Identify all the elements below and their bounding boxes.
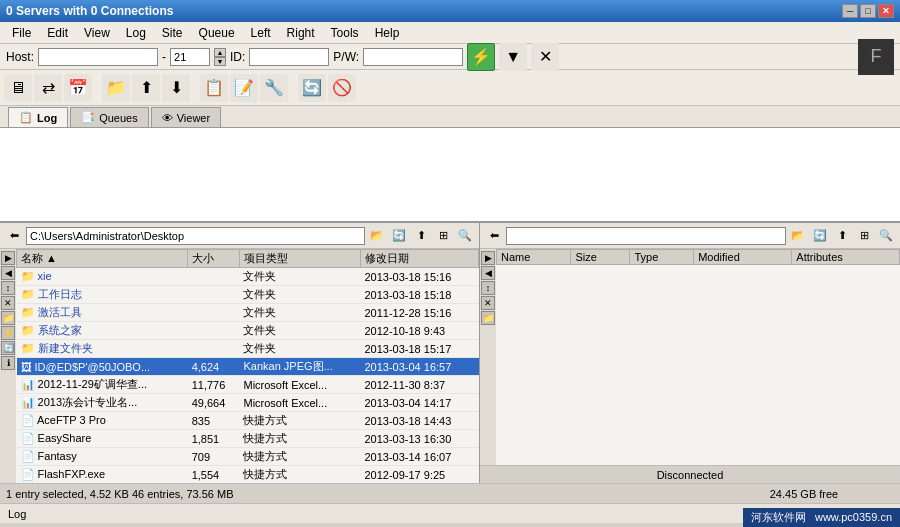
menu-log[interactable]: Log — [118, 24, 154, 42]
left-side-btn-5[interactable]: 📁 — [1, 311, 15, 325]
right-side-btn-1[interactable]: ▶ — [481, 251, 495, 265]
minimize-button[interactable]: ─ — [842, 4, 858, 18]
id-input[interactable] — [249, 48, 329, 66]
menu-edit[interactable]: Edit — [39, 24, 76, 42]
file-size — [188, 286, 240, 304]
tab-viewer[interactable]: 👁 Viewer — [151, 107, 221, 127]
left-col-size[interactable]: 大小 — [188, 250, 240, 268]
right-col-modified[interactable]: Modified — [694, 250, 792, 265]
file-name: 📁 xie — [17, 268, 188, 286]
left-col-date[interactable]: 修改日期 — [360, 250, 478, 268]
port-down[interactable]: ▼ — [214, 57, 226, 66]
right-side-btn-2[interactable]: ◀ — [481, 266, 495, 280]
right-panel-back-icon[interactable]: ⬅ — [484, 226, 504, 246]
right-side-btn-3[interactable]: ↕ — [481, 281, 495, 295]
left-side-btn-4[interactable]: ✕ — [1, 296, 15, 310]
file-name: 📄 AceFTP 3 Pro — [17, 412, 188, 430]
watermark: 河东软件网 www.pc0359.cn — [743, 508, 900, 527]
connect-button[interactable]: ⚡ — [467, 43, 495, 71]
right-col-size[interactable]: Size — [571, 250, 630, 265]
left-panel-refresh-icon[interactable]: 🔄 — [389, 226, 409, 246]
file-size: 4,624 — [188, 358, 240, 376]
quickconnect-dropdown[interactable]: ▼ — [499, 43, 527, 71]
left-panel-browse-icon[interactable]: 📂 — [367, 226, 387, 246]
list-item[interactable]: 📁 xie 文件夹 2013-03-18 15:16 — [17, 268, 479, 286]
left-col-name[interactable]: 名称 ▲ — [17, 250, 188, 268]
bottom-log-label: Log — [8, 508, 26, 520]
pw-label: P/W: — [333, 50, 359, 64]
menu-queue[interactable]: Queue — [191, 24, 243, 42]
right-side-btn-5[interactable]: 📁 — [481, 311, 495, 325]
viewer-tab-icon: 👁 — [162, 112, 173, 124]
right-path-input[interactable] — [506, 227, 786, 245]
list-item[interactable]: 📁 激活工具 文件夹 2011-12-28 15:16 — [17, 304, 479, 322]
left-side-btn-7[interactable]: 🔄 — [1, 341, 15, 355]
left-side-btn-2[interactable]: ◀ — [1, 266, 15, 280]
scheduler-icon[interactable]: 📅 — [64, 74, 92, 102]
pw-input[interactable] — [363, 48, 463, 66]
right-col-type[interactable]: Type — [630, 250, 694, 265]
download-icon[interactable]: ⬇ — [162, 74, 190, 102]
right-panel-refresh-icon[interactable]: 🔄 — [810, 226, 830, 246]
right-side-btn-4[interactable]: ✕ — [481, 296, 495, 310]
menu-view[interactable]: View — [76, 24, 118, 42]
port-input[interactable] — [170, 48, 210, 66]
left-side-btn-8[interactable]: ℹ — [1, 356, 15, 370]
left-panel-filter-icon[interactable]: 🔍 — [455, 226, 475, 246]
right-file-list[interactable]: Name Size Type Modified Attributes — [496, 249, 900, 465]
file-size — [188, 322, 240, 340]
right-panel-browse-icon[interactable]: 📂 — [788, 226, 808, 246]
list-item[interactable]: 📄 AceFTP 3 Pro 835 快捷方式 2013-03-18 14:43 — [17, 412, 479, 430]
right-col-name[interactable]: Name — [497, 250, 571, 265]
list-item[interactable]: 📊 2012-11-29矿调华查... 11,776 Microsoft Exc… — [17, 376, 479, 394]
list-item[interactable]: 📊 2013冻会计专业名... 49,664 Microsoft Excel..… — [17, 394, 479, 412]
right-panel-filter-icon[interactable]: 🔍 — [876, 226, 896, 246]
port-spinner[interactable]: ▲ ▼ — [214, 48, 226, 66]
watermark-text: 河东软件网 — [751, 511, 806, 523]
left-panel-back-icon[interactable]: ⬅ — [4, 226, 24, 246]
list-item[interactable]: 📄 Fantasy 709 快捷方式 2013-03-14 16:07 — [17, 448, 479, 466]
list-item[interactable]: 📄 EasyShare 1,851 快捷方式 2013-03-13 16:30 — [17, 430, 479, 448]
menu-file[interactable]: File — [4, 24, 39, 42]
connect-manager-icon[interactable]: 🖥 — [4, 74, 32, 102]
list-item[interactable]: 📁 系统之家 文件夹 2012-10-18 9:43 — [17, 322, 479, 340]
menu-help[interactable]: Help — [367, 24, 408, 42]
menu-tools[interactable]: Tools — [323, 24, 367, 42]
port-up[interactable]: ▲ — [214, 48, 226, 57]
local-browser-icon[interactable]: 📁 — [102, 74, 130, 102]
left-path-input[interactable] — [26, 227, 365, 245]
tab-log[interactable]: 📋 Log — [8, 107, 68, 127]
file-type: 快捷方式 — [239, 466, 360, 484]
menu-right[interactable]: Right — [279, 24, 323, 42]
right-panel-up-icon[interactable]: ⬆ — [832, 226, 852, 246]
left-side-btn-1[interactable]: ▶ — [1, 251, 15, 265]
right-col-attr[interactable]: Attributes — [792, 250, 900, 265]
left-side-btn-6[interactable]: ⚡ — [1, 326, 15, 340]
right-panel-grid-icon[interactable]: ⊞ — [854, 226, 874, 246]
upload-icon[interactable]: ⬆ — [132, 74, 160, 102]
log-icon[interactable]: 📝 — [230, 74, 258, 102]
list-item[interactable]: 📁 新建文件夹 文件夹 2013-03-18 15:17 — [17, 340, 479, 358]
close-button[interactable]: ✕ — [878, 4, 894, 18]
abort-icon[interactable]: 🚫 — [328, 74, 356, 102]
transfer-settings-icon[interactable]: ⇄ — [34, 74, 62, 102]
left-file-list[interactable]: 名称 ▲ 大小 项目类型 修改日期 📁 xie 文件夹 2013-03-18 1… — [16, 249, 479, 483]
host-input[interactable] — [38, 48, 158, 66]
menu-site[interactable]: Site — [154, 24, 191, 42]
refresh-icon[interactable]: 🔄 — [298, 74, 326, 102]
properties-icon[interactable]: 🔧 — [260, 74, 288, 102]
file-type: 文件夹 — [239, 286, 360, 304]
left-side-btn-3[interactable]: ↕ — [1, 281, 15, 295]
queue-icon[interactable]: 📋 — [200, 74, 228, 102]
icon-toolbar: 🖥 ⇄ 📅 📁 ⬆ ⬇ 📋 📝 🔧 🔄 🚫 — [0, 70, 900, 106]
list-item[interactable]: 📄 FlashFXP.exe 1,554 快捷方式 2012-09-17 9:2… — [17, 466, 479, 484]
left-panel-up-icon[interactable]: ⬆ — [411, 226, 431, 246]
maximize-button[interactable]: □ — [860, 4, 876, 18]
left-panel-grid-icon[interactable]: ⊞ — [433, 226, 453, 246]
disconnect-button[interactable]: ✕ — [531, 43, 559, 71]
list-item[interactable]: 📁 工作日志 文件夹 2013-03-18 15:18 — [17, 286, 479, 304]
menu-left[interactable]: Left — [243, 24, 279, 42]
tab-queues[interactable]: 📑 Queues — [70, 107, 149, 127]
left-col-type[interactable]: 项目类型 — [239, 250, 360, 268]
list-item[interactable]: 🖼 ID@ED$P'@50JOBO... 4,624 Kankan JPEG图.… — [17, 358, 479, 376]
